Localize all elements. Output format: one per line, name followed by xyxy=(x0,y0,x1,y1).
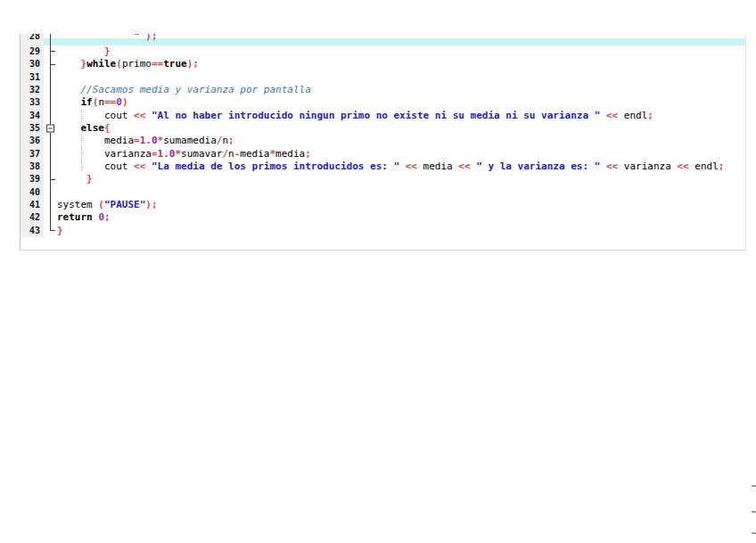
token-sym: = xyxy=(152,148,158,160)
code-tokens: } xyxy=(57,225,63,236)
line-number-text: 29 xyxy=(29,46,40,56)
code-text[interactable] xyxy=(57,71,745,84)
fold-marker xyxy=(44,160,57,173)
code-line-40: 40 xyxy=(21,186,745,199)
fold-tick-icon xyxy=(50,51,55,52)
code-line-43: 43} xyxy=(21,225,745,237)
code-text[interactable]: media=1.0*sumamedia/n; xyxy=(57,135,745,147)
code-text[interactable]: system ("PAUSE"); xyxy=(57,199,745,211)
line-number[interactable]: 39 xyxy=(21,173,44,185)
code-text[interactable]: cout << "Al no haber introducido ningun … xyxy=(57,110,745,122)
fold-marker xyxy=(44,71,57,84)
fold-collapse-box[interactable] xyxy=(44,122,57,135)
line-number[interactable]: 41 xyxy=(21,199,44,211)
token-kw: return xyxy=(57,211,93,223)
token-sym: { xyxy=(104,122,111,134)
fold-marker xyxy=(44,199,57,211)
code-line-36: 36 media=1.0*sumamedia/n; xyxy=(21,135,745,147)
fold-marker xyxy=(44,96,57,109)
token-com: //Sacamos media y varianza por pantalla xyxy=(81,84,311,95)
code-line-29: 29 } xyxy=(21,45,745,58)
code-tokens: media=1.0*sumamedia/n; xyxy=(57,135,234,146)
fold-line-icon xyxy=(50,211,51,224)
line-number[interactable]: 43 xyxy=(21,225,44,237)
token-p: media xyxy=(57,135,134,146)
collapse-minus-icon[interactable] xyxy=(46,125,54,133)
token-p xyxy=(145,110,152,121)
code-text[interactable]: else{ xyxy=(57,122,745,135)
code-text[interactable]: } xyxy=(57,225,745,237)
code-line-37: 37 varianza=1.0*sumavar/n-media*media; xyxy=(21,148,745,160)
code-line-41: 41system ("PAUSE"); xyxy=(21,199,745,211)
token-str: "PAUSE" xyxy=(104,199,145,210)
fold-marker xyxy=(44,135,57,147)
line-number[interactable]: 30 xyxy=(21,58,44,70)
code-text[interactable]: if(n==0) xyxy=(57,96,745,109)
line-number[interactable]: 35 xyxy=(21,122,44,135)
fold-line-icon xyxy=(50,45,51,58)
code-line-31: 31 xyxy=(21,71,745,84)
token-num: 1.0 xyxy=(140,135,158,146)
fold-marker xyxy=(44,173,57,185)
token-sym: ; xyxy=(647,110,653,121)
fold-marker xyxy=(44,211,57,224)
token-str: " xyxy=(134,34,145,42)
line-number[interactable]: 32 xyxy=(21,84,44,96)
code-rows: 28 " );29 }30 }while(primo==true);3132 /… xyxy=(21,34,745,237)
line-number-text: 30 xyxy=(29,59,40,69)
line-number[interactable]: 42 xyxy=(21,211,44,224)
token-p: media xyxy=(240,148,269,160)
token-p xyxy=(145,160,152,172)
token-p: sumamedia xyxy=(163,135,217,146)
line-number[interactable]: 34 xyxy=(21,110,44,122)
token-sym: ); xyxy=(187,58,199,70)
code-text[interactable]: " ); xyxy=(57,34,745,45)
fold-line-icon xyxy=(50,148,51,160)
line-number[interactable]: 40 xyxy=(21,186,44,199)
token-sym: ); xyxy=(145,34,157,42)
line-number-text: 41 xyxy=(29,200,40,210)
line-number[interactable]: 33 xyxy=(21,96,44,109)
code-text[interactable] xyxy=(57,186,745,199)
line-number-text: 42 xyxy=(29,212,40,222)
line-number-text: 40 xyxy=(29,187,40,197)
code-text[interactable]: }while(primo==true); xyxy=(57,58,745,70)
code-text[interactable]: cout << "La media de los primos introduc… xyxy=(57,160,745,173)
code-editor: 28 " );29 }30 }while(primo==true);3132 /… xyxy=(20,34,746,251)
line-number[interactable]: 37 xyxy=(21,148,44,160)
token-sym: << xyxy=(606,160,618,172)
code-line-42: 42return 0; xyxy=(21,211,745,224)
line-number[interactable]: 38 xyxy=(21,160,44,173)
token-p xyxy=(600,110,606,121)
token-p xyxy=(600,160,606,172)
line-number[interactable]: 28 xyxy=(21,34,44,45)
token-sym: ( xyxy=(116,58,122,70)
token-sym: << xyxy=(606,110,618,121)
code-text[interactable]: varianza=1.0*sumavar/n-media*media; xyxy=(57,148,745,160)
fold-line-icon xyxy=(50,96,51,109)
fold-marker xyxy=(44,34,57,45)
token-p: sumavar xyxy=(181,148,222,160)
code-tokens: //Sacamos media y varianza por pantalla xyxy=(57,84,311,95)
token-p xyxy=(57,34,134,42)
fold-marker xyxy=(44,84,57,96)
code-text[interactable]: //Sacamos media y varianza por pantalla xyxy=(57,84,745,96)
token-str: "Al no haber introducido ningun primo no… xyxy=(152,110,600,121)
code-text[interactable]: return 0; xyxy=(57,211,745,224)
token-sym: } xyxy=(57,173,93,185)
line-number[interactable]: 29 xyxy=(21,45,44,58)
token-kw: if xyxy=(81,96,93,108)
token-sym: } xyxy=(57,45,111,57)
code-text[interactable]: } xyxy=(57,173,745,185)
line-number-text: 39 xyxy=(29,174,40,184)
window-edge-dash xyxy=(752,485,756,487)
token-p: cout xyxy=(57,160,134,172)
fold-line-icon xyxy=(50,173,51,185)
line-number[interactable]: 36 xyxy=(21,135,44,147)
line-number-text: 35 xyxy=(29,123,40,133)
code-text[interactable]: } xyxy=(57,45,745,58)
fold-line-icon xyxy=(50,199,51,211)
token-sym: ) xyxy=(122,96,128,108)
window-edge-dash xyxy=(752,511,756,513)
line-number[interactable]: 31 xyxy=(21,71,44,84)
